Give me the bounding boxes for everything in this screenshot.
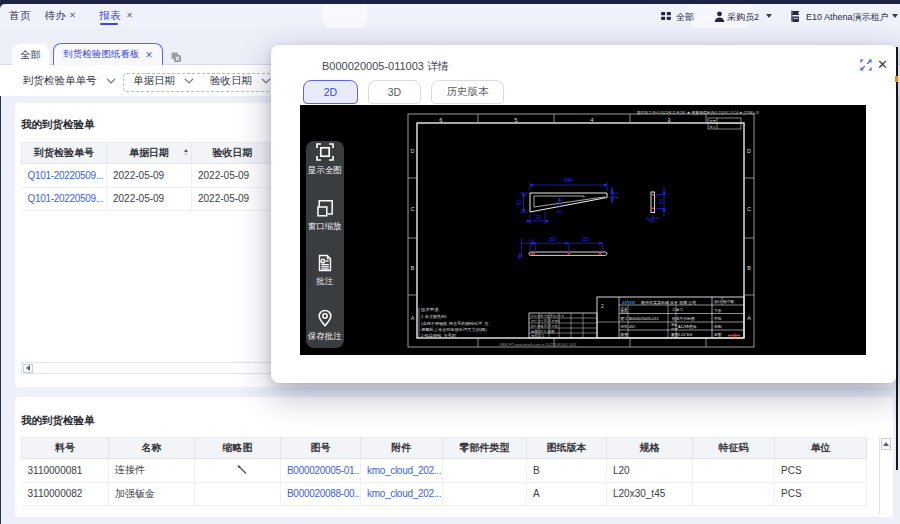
column-header-label: 规格 — [640, 442, 660, 453]
cad-tool-label: 保存批注 — [306, 331, 345, 343]
scroll-up-button[interactable] — [881, 438, 891, 450]
cad-text: 2 — [601, 303, 604, 309]
board-extra-icon[interactable] — [171, 51, 181, 61]
chevron-down-icon — [184, 78, 194, 84]
cell — [693, 482, 775, 506]
column-header[interactable]: 料号 — [22, 438, 109, 459]
cell[interactable]: 2022-05-09 — [192, 164, 274, 188]
column-header[interactable]: 图号 — [281, 438, 361, 459]
cad-text: 4 — [590, 117, 594, 123]
close-icon[interactable]: ✕ — [877, 57, 891, 73]
user-menu[interactable]: 采购员2 — [727, 11, 759, 24]
table-row[interactable]: 3110000081连接件B000020005-01...kmo_cloud_2… — [22, 459, 867, 483]
cad-tool-save-annotation[interactable]: 保存批注 — [306, 309, 345, 343]
column-header[interactable]: 单据日期 — [107, 143, 192, 164]
cad-tool-label: 显示全图 — [306, 165, 345, 177]
cell[interactable]: L20x30_t45 — [607, 482, 693, 506]
cell[interactable]: B — [527, 459, 607, 483]
cad-text: 版次 — [710, 125, 717, 129]
cad-text: 器件 — [621, 310, 628, 314]
cad-tool-label: 窗口缩放 — [306, 221, 345, 233]
cell-link[interactable]: B000020088-00... — [281, 482, 361, 506]
cell-link[interactable]: kmo_cloud_202... — [361, 459, 443, 483]
column-header[interactable]: 名称 — [109, 438, 195, 459]
board-tab-active[interactable]: 到货检验图纸看板 ✕ — [53, 43, 163, 65]
column-header[interactable]: 零部件类型 — [443, 438, 527, 459]
cell[interactable]: PCS — [775, 459, 867, 483]
cad-text: 蓝图 — [714, 332, 722, 337]
table-row[interactable]: 3110000082加强钣金B000020088-00...kmo_cloud_… — [22, 482, 867, 506]
cad-text: 图号 — [621, 317, 629, 321]
cad-text: 45# — [629, 324, 636, 329]
column-header[interactable]: 单位 — [775, 438, 867, 459]
column-header[interactable]: 附件 — [361, 438, 443, 459]
column-header-label: 到货检验单号 — [34, 147, 94, 158]
filter-doc-date[interactable]: 单据日期 — [133, 65, 194, 96]
filter-receipt-no[interactable]: 到货检验单单号 — [23, 65, 116, 96]
vertical-scrollbar[interactable] — [879, 437, 891, 514]
cad-viewer-canvas[interactable]: 6543DCBADCBA数控加工中心2022年11月2日 ★ 星重微暖帆(NO.… — [300, 105, 866, 355]
cad-tool-label: 批注 — [306, 276, 345, 288]
column-header[interactable]: 特征码 — [693, 438, 775, 459]
tenant-icon — [790, 10, 801, 22]
close-icon[interactable]: ✕ — [145, 50, 153, 60]
cell-link[interactable]: kmo_cloud_202... — [361, 482, 443, 506]
cad-tool-window-zoom[interactable]: 窗口缩放 — [306, 199, 345, 233]
column-header[interactable]: 缩略图 — [195, 438, 281, 459]
cad-tool-fit-view[interactable]: 显示全图 — [306, 143, 345, 177]
header-right-group: 全部 采购员2 E10 Athena演示租户 — [0, 4, 900, 27]
cad-text: 1:22 KG — [678, 332, 692, 337]
cell-link[interactable]: Q101-20220509... — [22, 187, 107, 211]
cad-text: D — [747, 148, 751, 154]
cell[interactable]: 3110000081 — [22, 459, 109, 483]
column-header[interactable]: 规格 — [607, 438, 693, 459]
grid-icon — [661, 12, 671, 20]
cell[interactable]: PCS — [775, 482, 867, 506]
filter-accept-date-label: 验收日期 — [210, 74, 252, 88]
cad-text: A — [411, 315, 415, 321]
scroll-left-button[interactable] — [23, 364, 33, 374]
lower-inspection-card: 我的到货检验单 料号名称缩略图图号附件零部件类型图纸版本规格特征码单位31100… — [15, 397, 893, 517]
tab-2d[interactable]: 2D — [303, 80, 358, 104]
tab-history[interactable]: 历史版本 — [431, 80, 504, 104]
cell[interactable]: A — [527, 482, 607, 506]
cad-text: 5 — [514, 117, 518, 123]
cad-drawing: 6543DCBADCBA数控加工中心2022年11月2日 ★ 星重微暖帆(NO.… — [302, 105, 866, 355]
arrow-up-icon — [883, 442, 889, 446]
expand-icon[interactable] — [860, 59, 872, 71]
cell[interactable]: 2022-05-09 — [107, 187, 192, 211]
cad-toolbar: 显示全图窗口缩放批注保存批注 — [306, 141, 345, 348]
tenant-menu[interactable]: E10 Athena演示租户 — [806, 11, 889, 24]
board-tab-all[interactable]: 全部 — [12, 44, 49, 66]
modal-tabs: 2D 3D 历史版本 — [303, 80, 514, 104]
column-header[interactable]: 图纸版本 — [527, 438, 607, 459]
cad-text: 审核 1:5 — [531, 333, 544, 338]
cad-text: (选用不锈钢板,用去毛刺圆钝处理, 在 — [421, 321, 490, 326]
cell[interactable]: 加强钣金 — [109, 482, 195, 506]
filter-accept-date[interactable]: 验收日期 — [210, 65, 271, 96]
all-apps-button[interactable]: 全部 — [676, 11, 694, 24]
thumbnail-icon[interactable] — [236, 464, 248, 476]
column-header[interactable]: 验收日期 — [192, 143, 274, 164]
cell[interactable]: 2022-05-09 — [107, 164, 192, 188]
column-header-label: 图号 — [311, 442, 331, 453]
board-extra-glyph — [171, 52, 181, 62]
cad-text: 6 — [439, 117, 443, 123]
cell[interactable]: 3110000082 — [22, 482, 109, 506]
cad-tool-annotate[interactable]: 批注 — [306, 254, 345, 288]
tab-3d[interactable]: 3D — [368, 80, 421, 104]
column-header[interactable]: 到货检验单号 — [22, 143, 107, 164]
window-zoom-icon — [316, 199, 334, 217]
cad-text: 设计 刘飞 03-05 标准化 — [531, 319, 560, 323]
cell[interactable]: 2022-05-09 — [192, 187, 274, 211]
cell[interactable]: 连接件 — [109, 459, 195, 483]
column-header-label: 料号 — [55, 442, 75, 453]
cell[interactable]: L20 — [607, 459, 693, 483]
cell-link[interactable]: B000020005-01... — [281, 459, 361, 483]
cad-text: 技术要求: — [420, 307, 440, 312]
modal-title: B000020005-011003 详情 — [322, 59, 449, 74]
cell-link[interactable]: Q101-20220509... — [22, 164, 107, 188]
cell — [195, 459, 281, 483]
user-icon — [714, 11, 725, 22]
cad-text: 数量 — [621, 332, 629, 337]
